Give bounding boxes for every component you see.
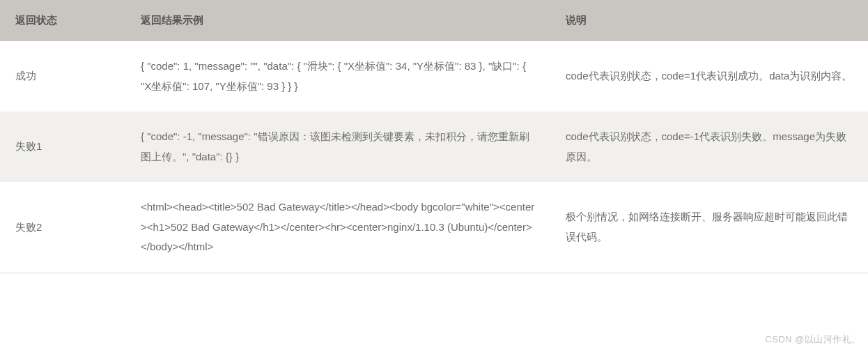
cell-example: <html><head><title>502 Bad Gateway</titl… — [125, 182, 550, 273]
cell-example: { "code": 1, "message": "", "data": { "滑… — [125, 41, 550, 112]
header-status: 返回状态 — [0, 0, 125, 41]
cell-example: { "code": -1, "message": "错误原因：该图未检测到关键要… — [125, 112, 550, 182]
table-row: 失败1 { "code": -1, "message": "错误原因：该图未检测… — [0, 112, 868, 182]
table-row: 成功 { "code": 1, "message": "", "data": {… — [0, 41, 868, 112]
header-example: 返回结果示例 — [125, 0, 550, 41]
cell-status: 成功 — [0, 41, 125, 112]
cell-status: 失败1 — [0, 112, 125, 182]
header-description: 说明 — [550, 0, 868, 41]
cell-description: code代表识别状态，code=1代表识别成功。data为识别内容。 — [550, 41, 868, 112]
cell-description: code代表识别状态，code=-1代表识别失败。message为失败原因。 — [550, 112, 868, 182]
cell-description: 极个别情况，如网络连接断开、服务器响应超时可能返回此错误代码。 — [550, 182, 868, 273]
table-header-row: 返回状态 返回结果示例 说明 — [0, 0, 868, 41]
response-table: 返回状态 返回结果示例 说明 成功 { "code": 1, "message"… — [0, 0, 868, 273]
table-row: 失败2 <html><head><title>502 Bad Gateway</… — [0, 182, 868, 273]
cell-status: 失败2 — [0, 182, 125, 273]
